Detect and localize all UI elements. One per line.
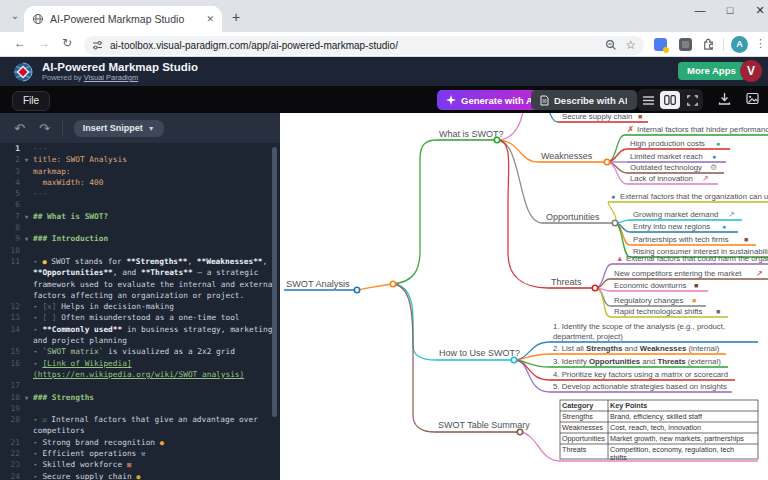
editor-line[interactable]: 8 bbox=[0, 222, 280, 233]
url-text[interactable]: ai-toolbox.visual-paradigm.com/app/ai-po… bbox=[110, 40, 597, 51]
browser-menu-icon[interactable]: ⋮ bbox=[755, 37, 766, 50]
back-button[interactable]: ← bbox=[14, 36, 26, 50]
mindmap-panel[interactable]: SWOT AnalysisWhat is SWOT?Secure supply … bbox=[280, 113, 768, 480]
editor-line[interactable]: 12- [x] Helps in decision-making bbox=[0, 301, 280, 312]
reload-button[interactable]: ↻ bbox=[62, 36, 72, 50]
code-text: factors affecting an organization or pro… bbox=[33, 290, 280, 301]
fullscreen-view-icon[interactable] bbox=[682, 91, 702, 109]
editor-line[interactable]: 3markmap: bbox=[0, 166, 280, 177]
node-label-secure-supply-chain: Secure supply chain bbox=[562, 113, 632, 121]
editor-scrollbar[interactable] bbox=[272, 147, 277, 417]
editor-line[interactable]: 5--- bbox=[0, 188, 280, 199]
editor-line[interactable]: 13- [ ] Often misunderstood as a one-tim… bbox=[0, 312, 280, 323]
editor-line[interactable]: **Opportunities**, and **Threats** — a s… bbox=[0, 267, 280, 278]
editor-code-area[interactable]: 1---2▼title: SWOT Analysis3markmap:4 max… bbox=[0, 143, 280, 480]
line-number bbox=[0, 290, 20, 301]
download-icon[interactable] bbox=[718, 92, 731, 105]
fold-arrow-icon[interactable]: ▼ bbox=[20, 154, 33, 165]
editor-line[interactable]: factors affecting an organization or pro… bbox=[0, 290, 280, 301]
more-apps-button[interactable]: More Apps bbox=[678, 62, 745, 80]
vp-badge-logo[interactable]: V bbox=[740, 60, 762, 82]
extension-icon[interactable] bbox=[679, 38, 692, 51]
undo-icon[interactable]: ↶ bbox=[14, 121, 25, 136]
editor-line[interactable]: 2▼title: SWOT Analysis bbox=[0, 154, 280, 165]
node-circle-what-is-swot[interactable] bbox=[494, 137, 499, 142]
editor-line[interactable]: framework used to evaluate the internal … bbox=[0, 279, 280, 290]
editor-line[interactable]: 11- ● SWOT stands for **Strengths**, **W… bbox=[0, 256, 280, 267]
node-label-opportunities: Opportunities bbox=[546, 212, 600, 222]
money-emoji: ● bbox=[716, 140, 720, 147]
window-close-button[interactable]: ✕ bbox=[748, 4, 768, 17]
extension-icon[interactable] bbox=[654, 38, 667, 51]
editor-line[interactable]: 20- ☑ Internal factors that give an adva… bbox=[0, 414, 280, 425]
new-tab-button[interactable]: + bbox=[232, 10, 240, 24]
code-segment: **Commonly used** bbox=[42, 325, 122, 334]
editor-only-view-icon[interactable] bbox=[638, 91, 658, 109]
editor-line[interactable]: 22- Efficient operations ⚒ bbox=[0, 448, 280, 459]
fold-arrow-icon[interactable]: ▼ bbox=[20, 211, 33, 222]
editor-line[interactable]: 4 maxWidth: 400 bbox=[0, 177, 280, 188]
fold-gutter bbox=[20, 199, 33, 210]
editor-line[interactable]: 10 bbox=[0, 245, 280, 256]
describe-with-ai-button[interactable]: Describe with AI bbox=[531, 90, 637, 110]
extensions-puzzle-icon[interactable] bbox=[701, 36, 716, 55]
line-number: 23 bbox=[0, 459, 20, 470]
globe-favicon-icon bbox=[32, 13, 44, 25]
node-circle-table-summary[interactable] bbox=[517, 429, 522, 434]
visual-paradigm-link[interactable]: Visual Paradigm bbox=[84, 73, 138, 82]
editor-line[interactable]: 14- **Commonly used** in business strate… bbox=[0, 324, 280, 335]
window-minimize-button[interactable]: — bbox=[688, 4, 712, 16]
table-header-category: Category bbox=[562, 401, 593, 410]
generate-with-ai-button[interactable]: Generate with AI bbox=[437, 90, 545, 110]
editor-line[interactable]: 21- Strong brand recognition ● bbox=[0, 437, 280, 448]
fold-arrow-icon[interactable]: ▼ bbox=[20, 233, 33, 244]
editor-line[interactable]: 15- `SWOT matrix` is visualized as a 2x2… bbox=[0, 346, 280, 357]
node-label-step2: 2. List all Strengths and Weaknesses (in… bbox=[553, 344, 720, 353]
editor-line[interactable]: 24- Secure supply chain ● bbox=[0, 471, 280, 480]
editor-line[interactable]: 7▼## What is SWOT? bbox=[0, 211, 280, 222]
export-image-icon[interactable] bbox=[746, 92, 759, 105]
tab-close-icon[interactable]: ✕ bbox=[206, 14, 214, 24]
zoom-out-icon[interactable] bbox=[605, 39, 617, 51]
editor-line[interactable]: 9▼### Introduction bbox=[0, 233, 280, 244]
code-segment: - Secure supply chain bbox=[33, 472, 136, 480]
insert-snippet-button[interactable]: Insert Snippet▼ bbox=[74, 120, 164, 137]
chart-up-emoji: ↗ bbox=[728, 210, 735, 219]
editor-line[interactable]: and project planning bbox=[0, 335, 280, 346]
site-settings-tune-icon[interactable] bbox=[92, 40, 103, 51]
window-maximize-button[interactable]: □ bbox=[718, 4, 742, 16]
editor-line[interactable]: 19 bbox=[0, 403, 280, 414]
markdown-editor-panel[interactable]: ↶ ↷ Insert Snippet▼ 1---2▼title: SWOT An… bbox=[0, 113, 280, 480]
tab-search-chevron-icon[interactable]: ⌄ bbox=[6, 9, 24, 25]
editor-line[interactable]: 1--- bbox=[0, 143, 280, 154]
mindmap-canvas[interactable]: SWOT AnalysisWhat is SWOT?Secure supply … bbox=[280, 113, 768, 480]
code-text bbox=[33, 199, 280, 210]
node-circle-threats[interactable] bbox=[592, 285, 597, 290]
split-view-icon[interactable] bbox=[660, 91, 680, 109]
redo-icon[interactable]: ↷ bbox=[39, 121, 50, 136]
profile-avatar[interactable]: A bbox=[731, 36, 748, 53]
node-circle-opportunities[interactable] bbox=[612, 220, 617, 225]
fold-gutter bbox=[20, 245, 33, 256]
code-text: and project planning bbox=[33, 335, 280, 346]
mindmap-link bbox=[497, 140, 538, 162]
node-circle-root[interactable] bbox=[354, 287, 359, 292]
chevron-down-icon: ▼ bbox=[148, 125, 155, 132]
forward-button[interactable]: → bbox=[38, 36, 50, 50]
editor-line[interactable]: 17 bbox=[0, 380, 280, 391]
node-circle-weaknesses[interactable] bbox=[604, 159, 609, 164]
editor-line[interactable]: 6 bbox=[0, 199, 280, 210]
fold-arrow-icon[interactable]: ▼ bbox=[20, 392, 33, 403]
bookmark-star-icon[interactable]: ☆ bbox=[625, 38, 636, 52]
editor-line[interactable]: competitors bbox=[0, 425, 280, 436]
node-circle-junction[interactable] bbox=[390, 281, 395, 286]
editor-line[interactable]: 23- Skilled workforce ■ bbox=[0, 459, 280, 470]
editor-line[interactable]: (https://en.wikipedia.org/wiki/SWOT_anal… bbox=[0, 369, 280, 380]
address-bar[interactable]: ai-toolbox.visual-paradigm.com/app/ai-po… bbox=[84, 36, 644, 55]
node-circle-how-to-use[interactable] bbox=[511, 357, 516, 362]
fold-gutter bbox=[20, 290, 33, 301]
editor-line[interactable]: 18▼### Strengths bbox=[0, 392, 280, 403]
browser-tab[interactable]: AI-Powered Markmap Studio ✕ bbox=[24, 6, 222, 32]
editor-line[interactable]: 16- [Link of Wikipedia] bbox=[0, 358, 280, 369]
file-menu-button[interactable]: File bbox=[12, 91, 50, 111]
